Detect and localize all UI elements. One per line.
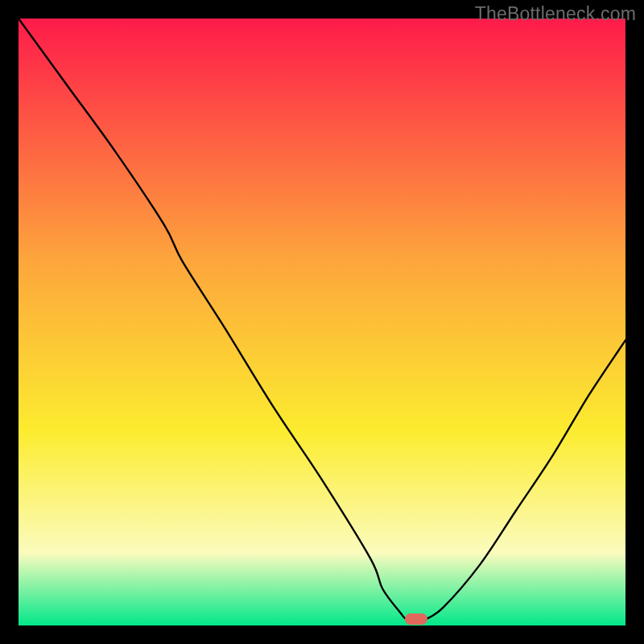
plot-svg xyxy=(19,19,625,625)
gradient-background xyxy=(19,19,625,625)
plot-area xyxy=(19,19,625,625)
watermark-text: TheBottleneck.com xyxy=(475,3,636,25)
chart-container: TheBottleneck.com xyxy=(0,0,644,644)
optimum-marker xyxy=(405,613,427,625)
